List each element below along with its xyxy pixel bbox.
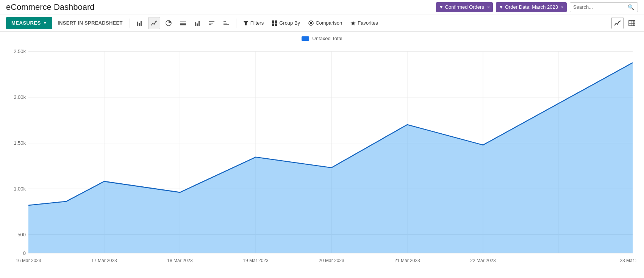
svg-rect-6 <box>180 21 186 22</box>
divider-2 <box>236 19 236 28</box>
table-view-button[interactable] <box>626 17 638 29</box>
search-input[interactable] <box>573 4 626 10</box>
svg-rect-7 <box>195 22 196 26</box>
filter-order-date[interactable]: ▼ Order Date: March 2023 × <box>496 2 567 12</box>
group-by-button[interactable]: Group By <box>269 19 303 27</box>
svg-rect-0 <box>137 22 138 26</box>
filter-close-2[interactable]: × <box>561 5 564 10</box>
svg-text:500: 500 <box>17 231 26 237</box>
svg-text:2.00k: 2.00k <box>14 94 26 100</box>
svg-text:21 Mar 2023: 21 Mar 2023 <box>394 258 420 263</box>
svg-rect-2 <box>141 21 142 26</box>
svg-text:18 Mar 2023: 18 Mar 2023 <box>167 258 192 263</box>
pie-chart-button[interactable] <box>163 17 175 29</box>
svg-text:1.50k: 1.50k <box>14 140 26 146</box>
main-chart-svg: 0 500 1.00k 1.50k 2.00k 2.50k 16 Mar 202… <box>8 44 636 275</box>
chart-wrapper: 0 500 1.00k 1.50k 2.00k 2.50k 16 Mar 202… <box>8 44 636 275</box>
svg-rect-19 <box>272 23 274 26</box>
svg-text:16 Mar 2023: 16 Mar 2023 <box>16 258 41 263</box>
filter-icon-2: ▼ <box>499 5 503 10</box>
svg-text:23 Mar 2023: 23 Mar 2023 <box>620 258 636 263</box>
svg-text:0: 0 <box>23 250 26 256</box>
comparison-icon <box>308 20 314 26</box>
measures-button[interactable]: MEASURES ▼ <box>6 17 52 29</box>
svg-text:22 Mar 2023: 22 Mar 2023 <box>470 258 496 263</box>
svg-rect-18 <box>275 20 277 23</box>
toolbar: MEASURES ▼ INSERT IN SPREADSHEET Filters… <box>0 14 644 32</box>
filter-icon-1: ▼ <box>439 5 444 10</box>
graph-view-button[interactable] <box>611 17 624 29</box>
legend-label: Untaxed Total <box>312 36 342 41</box>
svg-text:19 Mar 2023: 19 Mar 2023 <box>243 258 268 263</box>
sort-desc-button[interactable] <box>206 17 218 29</box>
svg-rect-20 <box>275 23 277 26</box>
divider-1 <box>130 19 130 28</box>
search-box[interactable]: 🔍 <box>570 2 638 12</box>
svg-text:17 Mar 2023: 17 Mar 2023 <box>91 258 117 263</box>
chart-legend: Untaxed Total <box>8 36 636 41</box>
svg-marker-23 <box>351 21 356 25</box>
filter-bar: ▼ Confirmed Orders × ▼ Order Date: March… <box>95 2 638 12</box>
line-chart-button[interactable] <box>148 17 160 29</box>
favorites-button[interactable]: Favorites <box>347 19 381 27</box>
sort-asc-button[interactable] <box>220 17 232 29</box>
filter-close-1[interactable]: × <box>487 5 490 10</box>
svg-rect-8 <box>197 23 198 26</box>
bar-chart-button[interactable] <box>134 17 146 29</box>
page-title: eCommerce Dashboard <box>6 2 95 12</box>
svg-marker-16 <box>243 21 249 25</box>
column-chart-button[interactable] <box>191 17 203 29</box>
header: eCommerce Dashboard ▼ Confirmed Orders ×… <box>0 0 644 14</box>
filter-label-2: Order Date: March 2023 <box>505 4 558 10</box>
svg-rect-4 <box>180 24 186 25</box>
svg-text:20 Mar 2023: 20 Mar 2023 <box>319 258 344 263</box>
svg-rect-9 <box>199 21 200 26</box>
favorites-icon <box>350 20 356 26</box>
group-by-icon <box>272 20 277 26</box>
filters-icon <box>243 20 249 26</box>
insert-spreadsheet-button[interactable]: INSERT IN SPREADSHEET <box>55 20 126 26</box>
chart-area-fill <box>28 63 633 253</box>
svg-rect-17 <box>272 20 274 23</box>
svg-rect-5 <box>180 23 186 24</box>
svg-point-22 <box>310 22 312 24</box>
filter-confirmed-orders[interactable]: ▼ Confirmed Orders × <box>436 2 493 12</box>
svg-text:1.00k: 1.00k <box>14 186 26 192</box>
filters-button[interactable]: Filters <box>240 19 267 27</box>
svg-text:2.50k: 2.50k <box>14 48 26 54</box>
svg-rect-24 <box>629 20 635 26</box>
measures-arrow-icon: ▼ <box>43 21 47 25</box>
chart-area: Untaxed Total 0 500 1.00k 1.50k 2.00k 2 <box>0 32 644 278</box>
svg-rect-1 <box>139 23 140 26</box>
legend-color-box <box>302 36 309 41</box>
comparison-button[interactable]: Comparison <box>305 19 345 27</box>
stack-chart-button[interactable] <box>177 17 189 29</box>
filter-label-1: Confirmed Orders <box>445 4 484 10</box>
search-icon[interactable]: 🔍 <box>628 4 634 10</box>
